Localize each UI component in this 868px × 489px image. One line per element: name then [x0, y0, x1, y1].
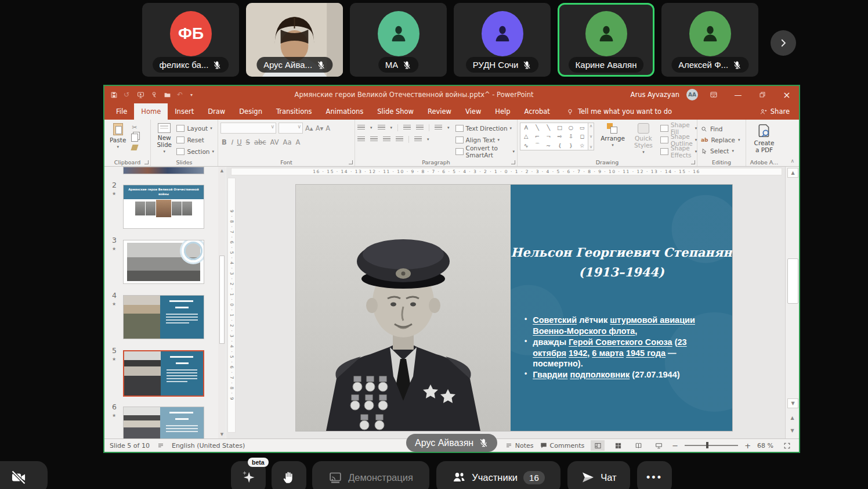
- user-avatar[interactable]: AA: [686, 89, 698, 100]
- align-text-button[interactable]: Align Text▾: [455, 135, 515, 145]
- chat-button[interactable]: Чат: [567, 461, 630, 489]
- slide-thumbnail-3[interactable]: [123, 240, 204, 284]
- scroll-up-icon[interactable]: ▲: [218, 167, 226, 173]
- shapes-scroll[interactable]: ∧∨∨: [588, 123, 594, 150]
- zoom-level[interactable]: 68 %: [757, 442, 773, 450]
- participant-tile[interactable]: ФБфеликс ба...: [142, 3, 239, 77]
- paste-button[interactable]: Paste ▾: [107, 123, 129, 157]
- slide-indicator[interactable]: Slide 5 of 10: [110, 442, 150, 450]
- font-av-button[interactable]: AV: [270, 138, 279, 146]
- reading-view-button[interactable]: [631, 440, 645, 451]
- shape-fill-button[interactable]: Shape Fill▾: [660, 123, 697, 133]
- hyperlink-text[interactable]: подполковник: [570, 370, 630, 379]
- ribbon-tab-insert[interactable]: Insert: [168, 103, 201, 120]
- undo-icon[interactable]: ↶: [177, 91, 185, 99]
- restore-button[interactable]: [754, 87, 771, 102]
- font-name-select[interactable]: [220, 123, 276, 134]
- zoom-slider-thumb[interactable]: [706, 442, 708, 448]
- section-button[interactable]: Section▾: [176, 146, 214, 156]
- open-icon[interactable]: [164, 91, 171, 99]
- vertical-ruler[interactable]: 9 · 8 · 7 · 6 · 5 · 4 · 3 · 2 · 1 · 0 · …: [227, 178, 236, 433]
- next-participants-button[interactable]: [771, 30, 796, 56]
- scroll-down-icon[interactable]: ▼: [218, 432, 226, 437]
- ribbon-tab-view[interactable]: View: [458, 103, 488, 120]
- scrollbar-thumb[interactable]: [787, 258, 798, 304]
- slide-thumbnail-2[interactable]: Армянские герои Великой Отечественной во…: [123, 185, 204, 229]
- dialog-launcher-icon[interactable]: [511, 160, 515, 164]
- shrink-font-button[interactable]: A▾: [316, 124, 324, 132]
- scroll-down-button[interactable]: ▼: [787, 398, 798, 408]
- minimize-button[interactable]: —: [729, 87, 747, 102]
- bullets-button[interactable]: [357, 125, 365, 131]
- ribbon-display-options-button[interactable]: [705, 87, 722, 102]
- save-icon[interactable]: [110, 91, 118, 99]
- comments-toggle[interactable]: Comments: [540, 442, 585, 450]
- justify-button[interactable]: [396, 136, 403, 142]
- font-size-select[interactable]: [279, 123, 303, 134]
- notes-toggle[interactable]: Notes: [505, 442, 534, 450]
- layout-button[interactable]: Layout▾: [176, 124, 214, 134]
- grow-font-button[interactable]: A▴: [305, 124, 313, 132]
- hyperlink-text[interactable]: Советский: [533, 315, 577, 325]
- raise-hand-button[interactable]: [272, 461, 306, 489]
- ribbon-tab-draw[interactable]: Draw: [201, 103, 232, 120]
- hyperlink-text[interactable]: Герой Советского Союза: [569, 337, 672, 347]
- replace-button[interactable]: abReplace▾: [701, 135, 742, 145]
- zoom-in-button[interactable]: +: [744, 441, 751, 450]
- slide-thumbnail-1[interactable]: [123, 167, 204, 174]
- dialog-launcher-icon[interactable]: [691, 160, 695, 164]
- dialog-launcher-icon[interactable]: [144, 160, 149, 164]
- font-abc-button[interactable]: abc: [254, 138, 266, 146]
- horizontal-ruler[interactable]: 16 · 15 · 14 · 13 · 12 · 11 · 10 · 9 · 8…: [231, 168, 782, 175]
- scroll-up-button[interactable]: ▲: [787, 168, 798, 178]
- slide-canvas[interactable]: Нельсон Георгиевич Степанян (1913–1944) …: [296, 185, 732, 431]
- hyperlink-text[interactable]: Гвардии: [533, 370, 567, 379]
- ribbon-tab-animations[interactable]: Animations: [319, 103, 371, 120]
- ribbon-tab-acrobat[interactable]: Acrobat: [518, 103, 557, 120]
- fit-to-window-button[interactable]: [780, 440, 794, 451]
- select-button[interactable]: Select▾: [701, 146, 742, 156]
- copy-icon[interactable]: [130, 134, 139, 141]
- start-presentation-icon[interactable]: [137, 91, 144, 99]
- hyperlink-text[interactable]: Военно-Морского флота: [533, 326, 635, 336]
- align-left-button[interactable]: [357, 136, 365, 142]
- ribbon-tab-home[interactable]: Home: [134, 103, 168, 120]
- numbering-button[interactable]: [378, 125, 385, 131]
- create-pdf-button[interactable]: Create a PDF: [748, 123, 780, 154]
- font-a-button[interactable]: A: [296, 138, 301, 146]
- participant-tile[interactable]: Алексей Ф...: [661, 3, 758, 77]
- hyperlink-text[interactable]: 1945 года: [626, 348, 666, 358]
- clear-formatting-button[interactable]: A: [326, 124, 330, 132]
- shape-effects-button[interactable]: Shape Effects▾: [660, 146, 697, 156]
- language-indicator[interactable]: English (United States): [172, 442, 245, 450]
- new-slide-button[interactable]: New Slide ▾: [153, 123, 175, 157]
- share-button[interactable]: Share: [760, 103, 790, 120]
- slide-sorter-view-button[interactable]: [611, 440, 625, 451]
- slide-thumbnail-6[interactable]: [123, 407, 204, 438]
- ribbon-tab-help[interactable]: Help: [488, 103, 517, 120]
- line-spacing-button[interactable]: [435, 125, 442, 131]
- font-aa-button[interactable]: Aa: [283, 138, 292, 146]
- ribbon-tab-design[interactable]: Design: [232, 103, 269, 120]
- tell-me-box[interactable]: Tell me what you want to do: [566, 103, 672, 120]
- more-options-button[interactable]: •••: [637, 461, 672, 489]
- font-u-button[interactable]: U: [237, 138, 241, 146]
- slide-thumbnail-4[interactable]: [123, 295, 204, 339]
- cut-icon[interactable]: ✂: [130, 124, 139, 131]
- participant-tile[interactable]: Карине Авалян: [558, 3, 654, 77]
- qat-customize-icon[interactable]: ▾: [190, 91, 198, 99]
- text-direction-button[interactable]: Text Direction▾: [455, 123, 515, 133]
- camera-toggle-button[interactable]: [0, 461, 48, 489]
- next-slide-button[interactable]: ▼: [787, 426, 797, 435]
- touch-mode-icon[interactable]: [150, 91, 158, 99]
- font-s-button[interactable]: S: [246, 138, 250, 146]
- scrollbar-thumb[interactable]: [219, 256, 225, 344]
- slide-thumbnail-5-selected[interactable]: [123, 350, 204, 397]
- participant-tile[interactable]: РУДН Сочи: [454, 3, 551, 77]
- hyperlink-text[interactable]: штурмовой авиации: [610, 315, 695, 325]
- quick-styles-button[interactable]: Quick Styles▾: [631, 123, 656, 157]
- thumbnail-scrollbar[interactable]: ▲ ▼: [218, 167, 226, 438]
- slideshow-button[interactable]: [652, 440, 666, 451]
- zoom-out-button[interactable]: −: [672, 441, 678, 450]
- ribbon-tab-review[interactable]: Review: [421, 103, 458, 120]
